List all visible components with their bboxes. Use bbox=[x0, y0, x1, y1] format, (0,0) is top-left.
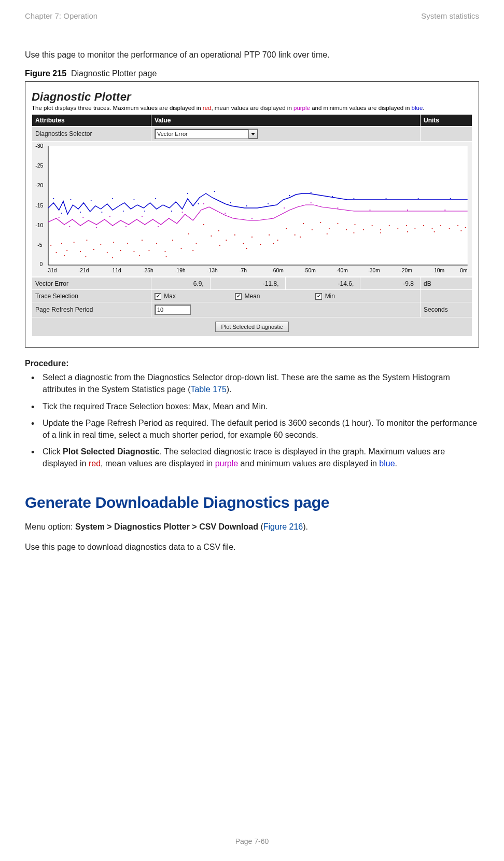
refresh-units: Seconds bbox=[421, 302, 472, 317]
svg-point-135 bbox=[434, 231, 435, 232]
link-table-175[interactable]: Table 175 bbox=[190, 385, 226, 394]
refresh-period-input[interactable]: 10 bbox=[155, 304, 191, 315]
svg-point-29 bbox=[101, 212, 102, 213]
section-heading-generate-diagnostics: Generate Downloadable Diagnostics page bbox=[25, 494, 479, 511]
svg-point-107 bbox=[355, 224, 356, 225]
svg-text:-25: -25 bbox=[35, 163, 43, 169]
checkbox-max[interactable]: ✔ bbox=[155, 293, 161, 300]
diagnostic-chart: -30 -25 -20 -15 -10 -5 0 -31d bbox=[32, 142, 472, 276]
procedure-item-3: Update the Page Refresh Period as requir… bbox=[43, 417, 479, 441]
svg-rect-0 bbox=[48, 146, 468, 265]
svg-point-27 bbox=[80, 212, 81, 213]
figure-title: Diagnostic Plotter page bbox=[71, 69, 157, 78]
svg-point-55 bbox=[142, 216, 143, 217]
svg-point-93 bbox=[234, 234, 235, 235]
svg-point-39 bbox=[230, 202, 231, 203]
svg-point-65 bbox=[407, 210, 408, 211]
label-diagnostics-selector: Diagnostics Selector bbox=[32, 127, 151, 142]
svg-point-82 bbox=[148, 250, 149, 251]
chevron-down-icon[interactable] bbox=[248, 129, 258, 138]
svg-point-34 bbox=[155, 198, 156, 199]
svg-point-123 bbox=[112, 257, 113, 258]
svg-text:-60m: -60m bbox=[271, 268, 284, 273]
svg-point-33 bbox=[144, 211, 145, 212]
svg-text:-30: -30 bbox=[35, 143, 43, 149]
svg-point-126 bbox=[192, 250, 193, 251]
svg-point-88 bbox=[195, 243, 197, 244]
vector-val-2: -11.8, bbox=[210, 277, 285, 290]
svg-point-104 bbox=[329, 228, 330, 229]
svg-point-136 bbox=[460, 230, 461, 231]
svg-point-26 bbox=[70, 199, 71, 200]
plot-selected-diagnostic-button[interactable]: Plot Selected Diagnostic bbox=[215, 322, 288, 332]
svg-point-87 bbox=[188, 233, 189, 234]
svg-point-96 bbox=[260, 244, 261, 245]
th-attributes: Attributes bbox=[32, 115, 151, 127]
svg-text:0: 0 bbox=[39, 261, 43, 267]
svg-point-111 bbox=[389, 225, 390, 226]
svg-point-114 bbox=[414, 228, 415, 229]
page-number: Page 7-60 bbox=[0, 837, 504, 845]
svg-point-47 bbox=[418, 198, 419, 199]
svg-point-92 bbox=[226, 240, 227, 241]
svg-point-130 bbox=[300, 237, 301, 238]
diagnostics-selector-value: Vector Error bbox=[155, 131, 248, 137]
section2-desc: Use this page to download diagnostics da… bbox=[25, 541, 479, 553]
svg-point-52 bbox=[96, 227, 97, 228]
svg-point-58 bbox=[203, 203, 204, 204]
svg-point-60 bbox=[251, 218, 253, 219]
svg-point-77 bbox=[113, 242, 114, 243]
figure-box: Diagnostic Plotter The plot displays thr… bbox=[25, 81, 479, 348]
svg-point-128 bbox=[246, 248, 247, 249]
link-figure-216[interactable]: Figure 216 bbox=[263, 522, 303, 531]
th-value: Value bbox=[151, 115, 421, 127]
svg-text:0m: 0m bbox=[460, 268, 467, 273]
svg-point-36 bbox=[187, 193, 188, 194]
svg-point-105 bbox=[337, 223, 338, 224]
svg-point-70 bbox=[66, 250, 67, 251]
svg-point-110 bbox=[380, 229, 381, 230]
vector-val-1: 6.9, bbox=[151, 277, 211, 290]
procedure-item-1: Select a diagnostic from the Diagnostics… bbox=[43, 371, 479, 395]
svg-point-90 bbox=[211, 235, 212, 237]
header-chapter: Chapter 7: Operation bbox=[25, 11, 97, 20]
svg-point-81 bbox=[142, 240, 143, 241]
procedure-item-2: Tick the required Trace Selection boxes:… bbox=[43, 400, 479, 412]
svg-point-61 bbox=[284, 207, 285, 209]
svg-point-59 bbox=[225, 213, 226, 214]
svg-point-32 bbox=[133, 199, 134, 200]
svg-point-71 bbox=[74, 242, 75, 243]
checkbox-min[interactable]: ✔ bbox=[315, 293, 322, 300]
row-vector-error: Vector Error 6.9, -11.8, -14.6, -9.8 dB bbox=[32, 277, 472, 290]
svg-point-62 bbox=[311, 202, 312, 203]
svg-text:-25h: -25h bbox=[143, 268, 153, 273]
svg-point-122 bbox=[85, 256, 86, 257]
svg-text:-10: -10 bbox=[35, 223, 43, 228]
checkbox-mean-label: Mean bbox=[244, 293, 260, 300]
svg-point-30 bbox=[112, 198, 113, 199]
vector-val-4: -9.8 bbox=[360, 277, 421, 290]
svg-text:-10m: -10m bbox=[432, 268, 444, 273]
svg-point-42 bbox=[289, 195, 290, 196]
svg-point-64 bbox=[369, 210, 370, 211]
diagnostics-selector-dropdown[interactable]: Vector Error bbox=[155, 129, 258, 139]
checkbox-mean[interactable]: ✔ bbox=[235, 293, 242, 300]
label-trace-selection: Trace Selection bbox=[32, 290, 151, 302]
svg-point-38 bbox=[214, 191, 215, 192]
svg-point-54 bbox=[125, 226, 127, 227]
svg-point-117 bbox=[440, 225, 441, 226]
svg-point-129 bbox=[273, 243, 274, 244]
svg-point-31 bbox=[123, 211, 124, 212]
svg-text:-20m: -20m bbox=[400, 268, 412, 273]
svg-point-113 bbox=[406, 225, 407, 226]
svg-point-80 bbox=[133, 251, 134, 252]
plotter-table: Attributes Value Units Diagnostics Selec… bbox=[32, 114, 472, 277]
svg-point-98 bbox=[277, 240, 278, 241]
svg-point-68 bbox=[56, 252, 57, 253]
svg-point-119 bbox=[457, 225, 458, 226]
svg-point-116 bbox=[431, 228, 432, 229]
svg-point-106 bbox=[346, 229, 347, 230]
svg-point-133 bbox=[380, 232, 381, 233]
svg-point-44 bbox=[332, 196, 333, 197]
checkbox-max-label: Max bbox=[164, 293, 176, 300]
